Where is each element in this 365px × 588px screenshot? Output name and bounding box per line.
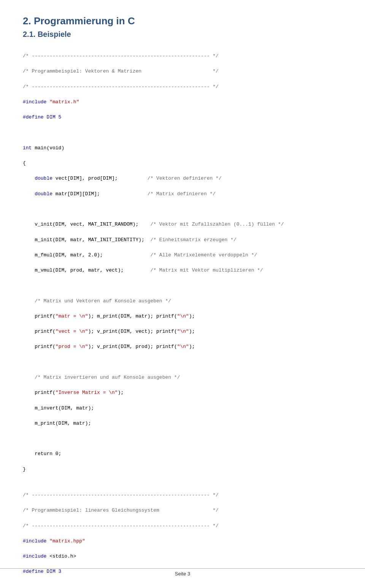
include-ex1: #include "matrix.h" <box>23 99 79 105</box>
section-title: 2.1. Beispiele <box>23 30 342 39</box>
page-footer: Seite 3 <box>0 568 365 577</box>
comment-sep1-ex1: /* -------------------------------------… <box>23 53 219 59</box>
define-ex1: #define DIM 5 <box>23 114 61 120</box>
comment-sep2-ex1: /* -------------------------------------… <box>23 84 219 90</box>
comment-sep2-ex2: /* -------------------------------------… <box>23 523 219 529</box>
comment-title-ex1: /* Programmbeispiel: Vektoren & Matrizen… <box>23 68 219 74</box>
comment-sep1-ex2: /* -------------------------------------… <box>23 492 219 498</box>
chapter-title: 2. Programmierung in C <box>23 15 342 27</box>
int-keyword-ex1: int <box>23 145 32 151</box>
comment-title-ex2: /* Programmbeispiel: lineares Gleichungs… <box>23 507 219 513</box>
page-number: Seite 3 <box>175 571 190 577</box>
code-block-example1: /* -------------------------------------… <box>23 45 342 473</box>
